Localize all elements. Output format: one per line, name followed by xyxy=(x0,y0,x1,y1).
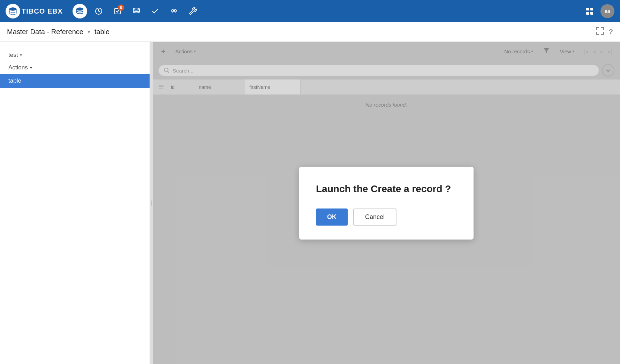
svg-point-2 xyxy=(77,8,83,10)
sidebar-actions[interactable]: Actions ▾ xyxy=(0,61,150,74)
dialog-box: Launch the Create a record ? OK Cancel xyxy=(299,167,474,240)
sidebar-item-label: table xyxy=(8,77,21,84)
svg-rect-13 xyxy=(586,12,589,15)
user-avatar[interactable]: aa xyxy=(600,4,614,18)
dialog-overlay: Launch the Create a record ? OK Cancel xyxy=(153,42,620,364)
svg-rect-12 xyxy=(590,8,593,10)
dialog-buttons: OK Cancel xyxy=(316,208,457,226)
header-bar: Master Data - Reference ▼ table ? xyxy=(0,22,620,42)
sidebar-resize-handle[interactable] xyxy=(150,42,153,364)
database-icon-btn[interactable] xyxy=(73,4,87,18)
svg-rect-14 xyxy=(590,12,593,15)
app-name-text: TIBCO EBX xyxy=(22,7,63,15)
table-name: table xyxy=(94,28,109,36)
right-panel: + Actions ▾ No records ▾ View ▾ |◂ ◂ xyxy=(153,42,620,364)
breadcrumb-title: Master Data - Reference xyxy=(7,28,83,36)
data-services-icon-btn[interactable] xyxy=(129,4,144,18)
notification-badge: 8 xyxy=(118,5,124,11)
sidebar-actions-label: Actions xyxy=(8,64,28,71)
sidebar-item-table[interactable]: table xyxy=(0,74,150,88)
wrench-icon-btn[interactable] xyxy=(186,4,200,18)
clock-icon-btn[interactable] xyxy=(91,4,106,18)
main-content: test ▾ Actions ▾ table + Actions ▾ No re… xyxy=(0,42,620,364)
sidebar-group-label-text: test xyxy=(8,52,18,59)
svg-rect-11 xyxy=(586,8,589,10)
dialog-title: Launch the Create a record ? xyxy=(316,183,457,195)
sidebar: test ▾ Actions ▾ table xyxy=(0,42,150,364)
grid-view-icon-btn[interactable] xyxy=(582,4,597,18)
dialog-ok-button[interactable]: OK xyxy=(316,208,348,226)
sidebar-group-test[interactable]: test ▾ xyxy=(0,49,150,61)
fullscreen-button[interactable] xyxy=(596,27,604,37)
database-nav-icon[interactable] xyxy=(6,4,20,18)
tasks-icon-btn[interactable]: 8 xyxy=(110,4,125,18)
sidebar-actions-arrow: ▾ xyxy=(30,65,32,70)
app-logo: TIBCO EBX xyxy=(6,4,63,18)
header-dropdown-arrow: ▼ xyxy=(87,30,91,35)
workflow-icon-btn[interactable] xyxy=(148,4,162,18)
dialog-cancel-button[interactable]: Cancel xyxy=(353,208,396,226)
top-navigation: TIBCO EBX 8 xyxy=(0,0,620,22)
header-dropdown[interactable]: ▼ xyxy=(87,30,91,35)
help-button[interactable]: ? xyxy=(609,28,613,36)
sidebar-group-arrow: ▾ xyxy=(20,53,22,58)
plugin-icon-btn[interactable] xyxy=(167,4,181,18)
svg-point-5 xyxy=(133,8,139,10)
